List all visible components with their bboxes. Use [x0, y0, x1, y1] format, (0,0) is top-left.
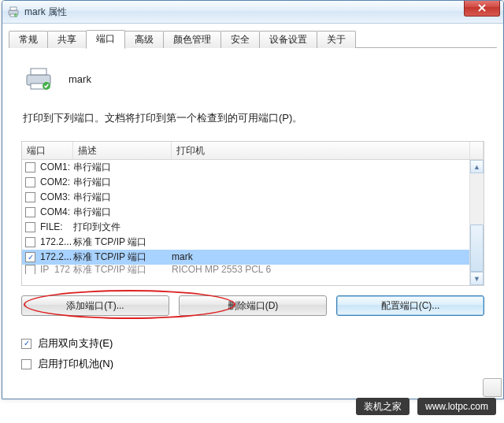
port-row[interactable]: FILE:打印到文件 — [22, 220, 484, 235]
port-name: COM4: — [40, 205, 70, 220]
printer-name: mark — [69, 73, 91, 85]
tab-sharing[interactable]: 共享 — [47, 31, 87, 48]
col-port[interactable]: 端口 — [22, 142, 73, 159]
port-checkbox[interactable] — [25, 192, 35, 202]
port-row[interactable]: COM2:串行端口 — [22, 175, 484, 190]
watermark-b: www.lotpc.com — [417, 398, 496, 415]
scroll-down-button[interactable]: ▼ — [470, 272, 484, 285]
port-desc: 串行端口 — [73, 205, 172, 220]
col-desc[interactable]: 描述 — [73, 142, 172, 159]
window-title: mark 属性 — [24, 6, 67, 19]
delete-port-button[interactable]: 删除端口(D) — [179, 295, 327, 316]
port-checkbox[interactable] — [25, 177, 35, 187]
scroll-thumb[interactable] — [470, 224, 484, 272]
pool-checkbox[interactable] — [21, 359, 32, 369]
svg-rect-5 — [31, 69, 46, 75]
port-name: FILE: — [40, 220, 63, 235]
tab-color[interactable]: 颜色管理 — [163, 31, 221, 48]
svg-rect-1 — [10, 7, 17, 10]
port-checkbox[interactable] — [25, 222, 35, 232]
port-desc: 串行端口 — [73, 160, 172, 175]
close-button[interactable] — [464, 0, 500, 17]
header-scroll-gap — [470, 142, 484, 159]
port-checkbox[interactable] — [25, 265, 35, 275]
col-printer[interactable]: 打印机 — [172, 142, 470, 159]
port-desc: 打印到文件 — [73, 220, 172, 235]
close-icon — [477, 3, 487, 13]
tab-advanced[interactable]: 高级 — [124, 31, 164, 48]
port-name: COM1: — [40, 160, 70, 175]
port-row[interactable]: COM4:串行端口 — [22, 205, 484, 220]
port-desc: 串行端口 — [73, 190, 172, 205]
pool-label: 启用打印机池(N) — [38, 357, 113, 371]
bidi-checkbox[interactable]: ✓ — [21, 339, 32, 349]
port-name: COM2: — [40, 175, 70, 190]
port-desc: 标准 TCP/IP 端口 — [73, 262, 172, 275]
port-checkbox[interactable] — [25, 162, 35, 173]
ports-header[interactable]: 端口 描述 打印机 — [22, 142, 484, 160]
port-row[interactable]: IP_172标准 TCP/IP 端口RICOH MP 2553 PCL 6 — [22, 265, 484, 274]
tab-general[interactable]: 常规 — [9, 31, 48, 48]
port-desc: 标准 TCP/IP 端口 — [73, 235, 172, 250]
printer-icon — [7, 6, 20, 18]
port-printer: RICOH MP 2553 PCL 6 — [172, 262, 484, 275]
port-name: 172.2... — [40, 235, 72, 250]
port-row[interactable]: COM3:串行端口 — [22, 190, 484, 205]
port-checkbox[interactable] — [25, 237, 35, 247]
printer-properties-dialog: mark 属性 常规 共享 端口 高级 颜色管理 安全 设备设置 关于 — [2, 0, 504, 399]
port-row[interactable]: COM1:串行端口 — [22, 160, 484, 175]
tab-content: mark 打印到下列端口。文档将打印到第一个检查到的可用端口(P)。 端口 描述… — [2, 48, 503, 380]
tab-security[interactable]: 安全 — [220, 31, 260, 48]
ports-scrollbar[interactable]: ▲ ▼ — [469, 160, 484, 285]
ports-list[interactable]: COM1:串行端口COM2:串行端口COM3:串行端口COM4:串行端口FILE… — [22, 160, 484, 274]
tab-ports[interactable]: 端口 — [86, 30, 125, 49]
tab-about[interactable]: 关于 — [317, 31, 356, 48]
bidi-label: 启用双向支持(E) — [38, 336, 113, 351]
port-name: COM3: — [40, 190, 70, 205]
config-port-button[interactable]: 配置端口(C)... — [336, 295, 484, 316]
port-row[interactable]: 172.2...标准 TCP/IP 端口 — [22, 235, 484, 250]
port-checkbox[interactable]: ✓ — [25, 252, 35, 262]
port-name: IP_172 — [40, 262, 70, 275]
scroll-up-button[interactable]: ▲ — [470, 160, 484, 173]
add-port-button[interactable]: 添加端口(T)... — [21, 295, 169, 316]
tabstrip: 常规 共享 端口 高级 颜色管理 安全 设备设置 关于 — [9, 30, 497, 48]
partial-button[interactable] — [483, 378, 502, 397]
ports-instruction: 打印到下列端口。文档将打印到第一个检查到的可用端口(P)。 — [23, 111, 484, 125]
printer-large-icon — [24, 67, 53, 91]
scroll-track[interactable] — [470, 173, 484, 272]
tab-device[interactable]: 设备设置 — [259, 31, 317, 48]
port-desc: 串行端口 — [73, 175, 172, 190]
port-checkbox[interactable] — [25, 207, 35, 217]
watermark-a: 装机之家 — [356, 398, 410, 415]
ports-list-panel: 端口 描述 打印机 COM1:串行端口COM2:串行端口COM3:串行端口COM… — [21, 141, 484, 286]
titlebar[interactable]: mark 属性 — [2, 1, 503, 24]
